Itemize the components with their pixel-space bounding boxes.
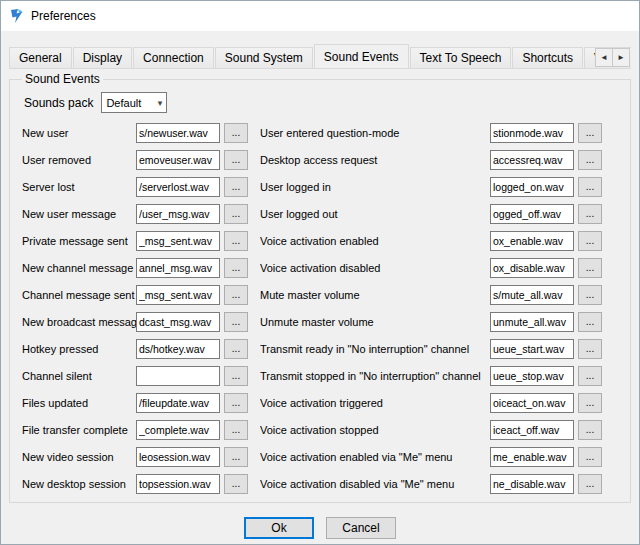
browse-button[interactable]: ... bbox=[578, 420, 602, 440]
browse-button[interactable]: ... bbox=[224, 447, 248, 467]
tab-shortcuts[interactable]: Shortcuts bbox=[512, 47, 583, 68]
sound-file-input[interactable] bbox=[490, 123, 574, 143]
sound-event-label: Voice activation stopped bbox=[260, 424, 490, 436]
sounds-pack-select[interactable]: Default ▾ bbox=[101, 92, 167, 113]
sound-event-row: Hotkey pressed... bbox=[22, 339, 248, 359]
sound-event-row: New user message... bbox=[22, 204, 248, 224]
browse-button[interactable]: ... bbox=[224, 123, 248, 143]
sound-event-row: Transmit ready in "No interruption" chan… bbox=[260, 339, 602, 359]
browse-button[interactable]: ... bbox=[578, 123, 602, 143]
browse-button[interactable]: ... bbox=[224, 231, 248, 251]
tab-sound-system[interactable]: Sound System bbox=[215, 47, 313, 68]
sound-file-input[interactable] bbox=[136, 177, 220, 197]
browse-button[interactable]: ... bbox=[578, 285, 602, 305]
chevron-down-icon: ▾ bbox=[158, 98, 163, 108]
sound-file-input[interactable] bbox=[490, 231, 574, 251]
sound-event-row: User removed... bbox=[22, 150, 248, 170]
sound-event-label: User logged in bbox=[260, 181, 490, 193]
tab-text-to-speech[interactable]: Text To Speech bbox=[410, 47, 512, 68]
browse-button[interactable]: ... bbox=[578, 312, 602, 332]
browse-button[interactable]: ... bbox=[224, 339, 248, 359]
tab-scroll-left-button[interactable]: ◄ bbox=[595, 48, 613, 67]
sounds-pack-row: Sounds pack Default ▾ bbox=[24, 92, 620, 113]
sound-event-label: Unmute master volume bbox=[260, 316, 490, 328]
browse-button[interactable]: ... bbox=[578, 366, 602, 386]
sound-file-input[interactable] bbox=[136, 150, 220, 170]
sound-event-label: New user bbox=[22, 127, 136, 139]
tab-general[interactable]: General bbox=[9, 47, 72, 68]
sound-event-label: New broadcast message bbox=[22, 316, 136, 328]
sound-file-input[interactable] bbox=[136, 366, 220, 386]
sound-event-row: User entered question-mode... bbox=[260, 123, 602, 143]
tab-connection[interactable]: Connection bbox=[133, 47, 214, 68]
sound-file-input[interactable] bbox=[490, 366, 574, 386]
sound-event-row: Channel message sent... bbox=[22, 285, 248, 305]
browse-button[interactable]: ... bbox=[224, 366, 248, 386]
sound-file-input[interactable] bbox=[490, 447, 574, 467]
browse-button[interactable]: ... bbox=[224, 474, 248, 494]
cancel-button[interactable]: Cancel bbox=[326, 517, 396, 539]
browse-button[interactable]: ... bbox=[578, 339, 602, 359]
sound-file-input[interactable] bbox=[490, 150, 574, 170]
tab-display[interactable]: Display bbox=[73, 47, 132, 68]
sound-event-row: File transfer complete... bbox=[22, 420, 248, 440]
tab-sound-events[interactable]: Sound Events bbox=[314, 44, 409, 69]
browse-button[interactable]: ... bbox=[224, 312, 248, 332]
sound-event-label: Transmit ready in "No interruption" chan… bbox=[260, 343, 490, 355]
sound-file-input[interactable] bbox=[490, 393, 574, 413]
sound-event-label: Transmit stopped in "No interruption" ch… bbox=[260, 370, 490, 382]
sound-file-input[interactable] bbox=[136, 204, 220, 224]
sound-file-input[interactable] bbox=[136, 123, 220, 143]
browse-button[interactable]: ... bbox=[578, 177, 602, 197]
event-columns: New user...User removed...Server lost...… bbox=[22, 123, 620, 494]
sound-file-input[interactable] bbox=[136, 420, 220, 440]
sound-event-row: Files updated... bbox=[22, 393, 248, 413]
sound-file-input[interactable] bbox=[490, 258, 574, 278]
browse-button[interactable]: ... bbox=[578, 150, 602, 170]
sound-event-label: Hotkey pressed bbox=[22, 343, 136, 355]
sound-file-input[interactable] bbox=[490, 474, 574, 494]
sound-file-input[interactable] bbox=[136, 285, 220, 305]
tab-scroll-right-button[interactable]: ► bbox=[612, 48, 630, 67]
sound-file-input[interactable] bbox=[490, 312, 574, 332]
sound-file-input[interactable] bbox=[136, 447, 220, 467]
sound-event-row: Private message sent... bbox=[22, 231, 248, 251]
sound-file-input[interactable] bbox=[490, 177, 574, 197]
browse-button[interactable]: ... bbox=[578, 447, 602, 467]
sound-event-label: Server lost bbox=[22, 181, 136, 193]
browse-button[interactable]: ... bbox=[578, 231, 602, 251]
sound-event-row: Voice activation enabled... bbox=[260, 231, 602, 251]
sound-file-input[interactable] bbox=[490, 204, 574, 224]
sound-event-row: Channel silent... bbox=[22, 366, 248, 386]
titlebar[interactable]: Preferences bbox=[1, 1, 639, 31]
browse-button[interactable]: ... bbox=[224, 150, 248, 170]
sounds-pack-value: Default bbox=[106, 97, 141, 109]
sound-event-label: Files updated bbox=[22, 397, 136, 409]
sound-event-label: New video session bbox=[22, 451, 136, 463]
sound-file-input[interactable] bbox=[136, 474, 220, 494]
browse-button[interactable]: ... bbox=[578, 204, 602, 224]
sound-events-group: Sound Events Sounds pack Default ▾ New u… bbox=[9, 72, 631, 503]
browse-button[interactable]: ... bbox=[578, 393, 602, 413]
sound-event-label: Voice activation disabled via "Me" menu bbox=[260, 478, 490, 490]
browse-button[interactable]: ... bbox=[224, 177, 248, 197]
browse-button[interactable]: ... bbox=[578, 474, 602, 494]
event-column-right: User entered question-mode...Desktop acc… bbox=[260, 123, 602, 494]
sound-file-input[interactable] bbox=[136, 258, 220, 278]
browse-button[interactable]: ... bbox=[224, 393, 248, 413]
sound-file-input[interactable] bbox=[136, 339, 220, 359]
sound-file-input[interactable] bbox=[490, 285, 574, 305]
app-icon bbox=[9, 8, 25, 24]
sound-file-input[interactable] bbox=[136, 231, 220, 251]
sound-file-input[interactable] bbox=[136, 393, 220, 413]
browse-button[interactable]: ... bbox=[224, 204, 248, 224]
sound-file-input[interactable] bbox=[490, 420, 574, 440]
sound-file-input[interactable] bbox=[136, 312, 220, 332]
browse-button[interactable]: ... bbox=[578, 258, 602, 278]
browse-button[interactable]: ... bbox=[224, 420, 248, 440]
browse-button[interactable]: ... bbox=[224, 285, 248, 305]
browse-button[interactable]: ... bbox=[224, 258, 248, 278]
sound-file-input[interactable] bbox=[490, 339, 574, 359]
sound-event-row: New desktop session... bbox=[22, 474, 248, 494]
ok-button[interactable]: Ok bbox=[244, 517, 314, 539]
